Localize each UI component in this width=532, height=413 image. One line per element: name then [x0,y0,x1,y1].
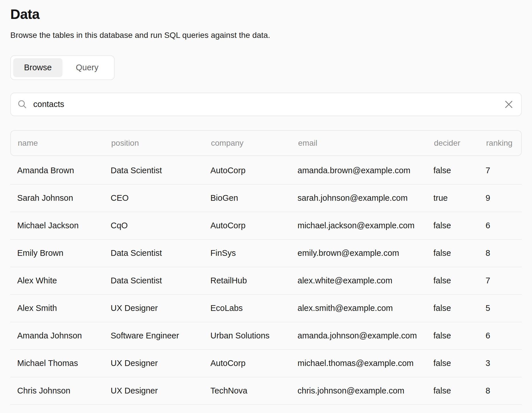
column-header-company: company [211,139,298,148]
cell-email: amanda.johnson@example.com [298,331,433,340]
cell-name: Alex White [17,276,111,285]
cell-decider: true [433,193,486,203]
cell-name: Sarah Johnson [17,193,111,203]
cell-decider: false [433,276,486,285]
cell-ranking: 7 [486,276,515,285]
cell-company: EcoLabs [210,303,298,313]
cell-position: UX Designer [111,386,210,396]
cell-email: michael.thomas@example.com [298,359,433,368]
cell-decider: false [433,221,486,230]
cell-email: alex.white@example.com [298,276,433,285]
cell-name: Emily Brown [17,248,111,258]
cell-company: AutoCorp [210,359,298,368]
cell-decider: false [433,248,486,258]
table-row: Chris Johnson UX Designer TechNova chris… [10,377,522,405]
cell-position: CEO [111,193,210,203]
data-page: Data Browse the tables in this database … [0,0,532,405]
cell-name: Alex Smith [17,303,111,313]
page-title: Data [10,7,522,22]
cell-ranking: 5 [486,303,515,313]
cell-company: AutoCorp [210,166,298,175]
table-row: Michael Thomas UX Designer AutoCorp mich… [10,350,522,377]
cell-ranking: 6 [486,221,515,230]
cell-decider: false [433,166,486,175]
table-header-row: name position company email decider rank… [10,130,522,156]
cell-position: Software Engineer [111,331,210,340]
cell-company: BioGen [210,193,298,203]
tab-query[interactable]: Query [62,58,112,77]
cell-ranking: 8 [486,386,515,396]
search-icon [17,99,28,110]
cell-name: Michael Jackson [17,221,111,230]
column-header-position: position [111,139,211,148]
cell-position: CqO [111,221,210,230]
table-row: Emily Brown Data Scientist FinSys emily.… [10,240,522,267]
table-row: Alex Smith UX Designer EcoLabs alex.smit… [10,295,522,322]
column-header-ranking: ranking [486,139,514,148]
cell-company: FinSys [210,248,298,258]
table-body: Amanda Brown Data Scientist AutoCorp ama… [10,157,522,405]
cell-decider: false [433,331,486,340]
cell-email: sarah.johnson@example.com [298,193,433,203]
close-icon [504,100,513,109]
cell-decider: false [433,386,486,396]
cell-name: Amanda Brown [17,166,111,175]
contacts-table: name position company email decider rank… [10,130,522,405]
cell-company: AutoCorp [210,221,298,230]
column-header-decider: decider [434,139,486,148]
cell-decider: false [433,359,486,368]
page-subtitle: Browse the tables in this database and r… [10,30,522,41]
cell-email: amanda.brown@example.com [298,166,433,175]
cell-company: TechNova [210,386,298,396]
search-input[interactable] [33,100,504,109]
cell-position: Data Scientist [111,166,210,175]
cell-ranking: 7 [486,166,515,175]
cell-name: Chris Johnson [17,386,111,396]
table-row: Alex White Data Scientist RetailHub alex… [10,267,522,295]
cell-email: michael.jackson@example.com [298,221,433,230]
cell-ranking: 6 [486,331,515,340]
cell-ranking: 9 [486,193,515,203]
table-row: Sarah Johnson CEO BioGen sarah.johnson@e… [10,185,522,212]
cell-email: alex.smith@example.com [298,303,433,313]
table-row: Amanda Johnson Software Engineer Urban S… [10,322,522,350]
cell-ranking: 8 [486,248,515,258]
cell-company: RetailHub [210,276,298,285]
cell-name: Amanda Johnson [17,331,111,340]
cell-decider: false [433,303,486,313]
column-header-name: name [18,139,111,148]
cell-position: UX Designer [111,359,210,368]
table-row: Amanda Brown Data Scientist AutoCorp ama… [10,157,522,185]
cell-position: Data Scientist [111,276,210,285]
cell-position: UX Designer [111,303,210,313]
cell-email: emily.brown@example.com [298,248,433,258]
clear-search-button[interactable] [504,100,513,109]
column-header-email: email [298,139,434,148]
cell-name: Michael Thomas [17,359,111,368]
tab-browse[interactable]: Browse [13,58,62,77]
table-row: Michael Jackson CqO AutoCorp michael.jac… [10,212,522,240]
view-mode-tab-group: Browse Query [10,55,115,80]
cell-company: Urban Solutions [210,331,298,340]
table-search-bar[interactable] [10,93,522,116]
cell-ranking: 3 [486,359,515,368]
cell-position: Data Scientist [111,248,210,258]
cell-email: chris.johnson@example.com [298,386,433,396]
